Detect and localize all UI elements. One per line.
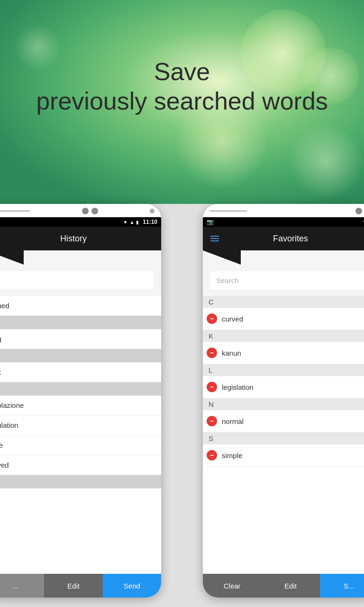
- signal-icon: ▲: [129, 220, 134, 225]
- favorites-list: C − curved K − kanun: [203, 296, 364, 598]
- right-search-placeholder: Search: [216, 276, 239, 285]
- left-send-button[interactable]: Send: [103, 574, 161, 598]
- menu-line-2: [210, 238, 219, 239]
- left-app-bar-title: History: [60, 234, 87, 244]
- left-bottom-action-bar: ... Edit Send: [0, 574, 161, 598]
- left-status-bar: ▼ ▲ ▮ 11:10: [0, 217, 161, 227]
- list-item[interactable]: − curved: [203, 308, 364, 330]
- right-bottom-action-bar: Clear Edit S...: [203, 574, 364, 598]
- wifi-icon: ▼: [123, 220, 127, 225]
- list-item[interactable]: ...ved: [0, 455, 161, 475]
- list-item[interactable]: − simple: [203, 444, 364, 467]
- right-phone-container: 📷 ▼ ▲ Favorites: [182, 199, 364, 602]
- remove-icon[interactable]: −: [207, 382, 217, 392]
- triangle-decor-left: [0, 250, 24, 265]
- right-clear-button[interactable]: Clear: [203, 574, 261, 598]
- list-item[interactable]: − normal: [203, 410, 364, 432]
- hero-title: Save previously searched words: [0, 57, 364, 116]
- speaker-bar: [209, 210, 247, 212]
- remove-icon[interactable]: −: [207, 313, 217, 324]
- right-search-bar[interactable]: Search: [210, 271, 364, 289]
- right-app-bar-title: Favorites: [227, 234, 355, 244]
- section-divider: [0, 316, 161, 329]
- remove-icon[interactable]: −: [207, 450, 217, 460]
- right-app-bar: Favorites: [203, 227, 364, 250]
- section-header-l: L: [203, 364, 364, 376]
- right-wifi-icon: ▼: [362, 219, 364, 225]
- list-item[interactable]: ...hed: [0, 296, 161, 316]
- left-phone-frame: ▼ ▲ ▮ 11:10 History: [0, 204, 161, 598]
- list-item[interactable]: ...olazione: [0, 395, 161, 415]
- section-divider: [0, 349, 161, 362]
- left-phone-container: ▼ ▲ ▮ 11:10 History: [0, 199, 182, 602]
- left-search-bar[interactable]: [0, 271, 154, 289]
- phones-container: ▼ ▲ ▮ 11:10 History: [0, 199, 364, 607]
- remove-icon[interactable]: −: [207, 416, 217, 426]
- battery-icon: ▮: [136, 220, 139, 225]
- camera-dot: [355, 208, 362, 214]
- list-item[interactable]: ...ulation: [0, 415, 161, 435]
- triangle-decor-right: [203, 250, 241, 265]
- left-edit-button[interactable]: Edit: [44, 574, 102, 598]
- section-header-n: N: [203, 398, 364, 410]
- right-status-bar: 📷 ▼ ▲: [203, 217, 364, 227]
- list-item[interactable]: − legislation: [203, 376, 364, 398]
- menu-line-1: [210, 236, 219, 237]
- menu-line-3: [210, 240, 219, 241]
- time-display: 11:10: [143, 219, 157, 225]
- remove-icon[interactable]: −: [207, 348, 217, 358]
- small-dot: [150, 209, 155, 213]
- right-send-button[interactable]: S...: [320, 574, 364, 598]
- right-phone-frame: 📷 ▼ ▲ Favorites: [203, 204, 364, 598]
- right-edit-button[interactable]: Edit: [261, 574, 319, 598]
- menu-icon[interactable]: [210, 236, 219, 241]
- section-divider: [0, 475, 161, 488]
- dots-area: [82, 208, 98, 214]
- list-item[interactable]: ...le: [0, 435, 161, 455]
- right-phone-top-bar: [203, 204, 364, 217]
- camera-icon: 📷: [207, 219, 214, 225]
- sensor-dot: [91, 208, 98, 214]
- left-phone-top-bar: [0, 204, 161, 217]
- section-header-s: S: [203, 432, 364, 444]
- speaker-bar: [0, 210, 30, 212]
- history-list: ...hed ...g ...k ...olazione ..: [0, 296, 161, 598]
- list-item[interactable]: ...k: [0, 362, 161, 382]
- section-header-k: K: [203, 330, 364, 342]
- section-header-c: C: [203, 296, 364, 308]
- list-item[interactable]: ...g: [0, 329, 161, 349]
- list-item[interactable]: − kanun: [203, 342, 364, 364]
- section-divider: [0, 382, 161, 395]
- left-app-bar: History: [0, 227, 161, 250]
- hero-section: Save previously searched words: [0, 57, 364, 116]
- camera-dot: [82, 208, 89, 214]
- dots-area: [355, 208, 364, 214]
- left-action-btn-overflow[interactable]: ...: [0, 574, 44, 598]
